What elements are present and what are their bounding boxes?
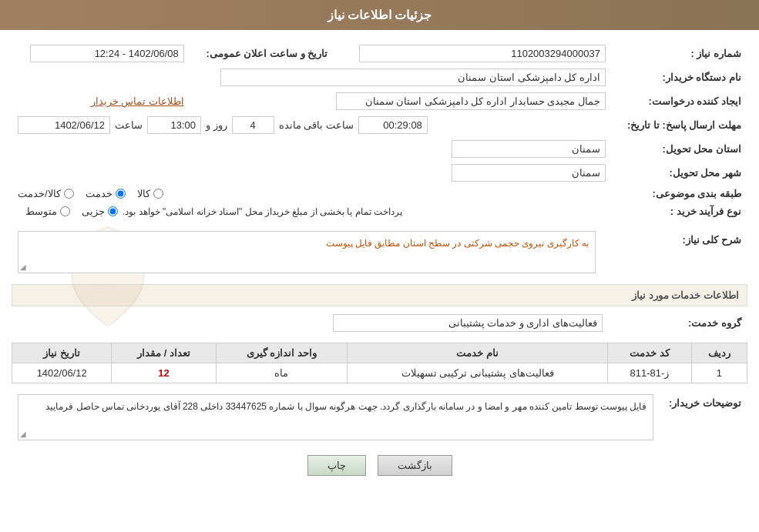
reply-days-value: 4 [232,116,274,134]
page-title: جزئیات اطلاعات نیاز [0,0,759,30]
need-desc-cell: به کارگیری نیروی حجمی شرکتی در سطح استان… [12,228,602,276]
need-desc-label: شرح کلی نیاز: [602,228,747,276]
reply-time-label: ساعت [115,119,143,131]
category-cell: کالا/خدمت خدمت کالا [12,185,612,202]
service-group-label: گروه خدمت: [609,311,747,335]
resize-handle-notes[interactable]: ◢ [20,430,26,438]
category-option-goods-service[interactable]: کالا/خدمت [18,188,74,199]
buyer-notes-text: فایل پیوست توسط تامین کننده مهر و امضا و… [45,401,646,412]
creator-cell: جمال مجیدی حسابدار اداره کل دامپزشکی است… [190,89,612,113]
back-button[interactable]: بازگشت [378,455,452,476]
contact-link[interactable]: اطلاعات تماس خریدار [91,95,184,107]
services-table: ردیف کد خدمت نام خدمت واحد اندازه گیری ت… [12,343,747,383]
city-value: سمنان [452,164,606,182]
city-label: شهر محل تحویل: [612,161,747,185]
buyer-notes-label: توضیحات خریدار: [660,391,747,443]
col-service-code: کد خدمت [608,343,691,363]
reply-days-label: روز و [206,119,227,131]
announce-value: 1402/06/08 - 12:24 [30,45,184,62]
cell-need-date: 1402/06/12 [12,363,112,383]
purchase-type-label: نوع فرآیند خرید : [612,202,747,220]
cell-service-name: فعالیت‌های پشتیبانی ترکیبی تسهیلات [348,363,608,383]
need-number-label: شماره نیاز : [612,42,747,65]
purchase-type-cell: متوسط جزیی پرداخت تمام یا بخشی از مبلغ خ… [12,202,612,220]
creator-label: ایجاد کننده درخواست: [612,89,747,113]
category-label: طبقه بندی موضوعی: [612,185,747,202]
reply-deadline-label: مهلت ارسال پاسخ: تا تاریخ: [612,113,747,137]
cell-service-code: ز-81-811 [608,363,691,383]
table-row: 1 ز-81-811 فعالیت‌های پشتیبانی ترکیبی تس… [12,363,747,383]
col-service-name: نام خدمت [348,343,608,363]
province-cell: سمنان [12,137,612,161]
creator-value: جمال مجیدی حسابدار اداره کل دامپزشکی است… [336,92,606,110]
action-buttons-bar: چاپ بازگشت [12,455,747,476]
col-quantity: تعداد / مقدار [112,343,216,363]
buyer-org-cell: اداره کل دامپزشکی استان سمنان [12,65,612,89]
col-row-num: ردیف [691,343,747,363]
print-button[interactable]: چاپ [307,455,366,476]
cell-row-num: 1 [691,363,747,383]
province-label: استان محل تحویل: [612,137,747,161]
reply-remaining-label: ساعت باقی مانده [279,119,354,131]
reply-remaining-value: 00:29:08 [358,116,428,134]
purchase-type-partial[interactable]: جزیی [82,206,118,217]
col-unit: واحد اندازه گیری [216,343,347,363]
purchase-type-note: پرداخت تمام یا بخشی از مبلغ خریداز محل "… [123,206,402,217]
reply-deadline-cell: 1402/06/12 ساعت 13:00 روز و 4 ساعت باقی … [12,113,612,137]
city-cell: سمنان [12,161,612,185]
need-number-cell: 1102003294000037 [334,42,612,65]
category-option-service[interactable]: خدمت [86,188,126,199]
main-info-table: شماره نیاز : 1102003294000037 تاریخ و سا… [12,42,747,220]
announce-cell: 1402/06/08 - 12:24 [12,42,190,65]
reply-date-value: 1402/06/12 [18,116,110,134]
buyer-org-label: نام دستگاه خریدار: [612,65,747,89]
need-number-value: 1102003294000037 [359,45,606,62]
cell-quantity: 12 [112,363,216,383]
category-option-goods[interactable]: کالا [137,188,163,199]
province-value: سمنان [452,140,606,158]
buyer-org-value: اداره کل دامپزشکی استان سمنان [220,69,606,86]
resize-handle[interactable]: ◢ [20,263,26,271]
need-desc-table: شرح کلی نیاز: به کارگیری نیروی حجمی شرکت… [12,228,747,276]
service-group-value: فعالیت‌های اداری و خدمات پشتیبانی [333,314,603,332]
buyer-notes-box: فایل پیوست توسط تامین کننده مهر و امضا و… [18,394,653,440]
need-desc-text: به کارگیری نیروی حجمی شرکتی در سطح استان… [326,238,589,249]
buyer-notes-table: توضیحات خریدار: فایل پیوست توسط تامین کن… [12,391,747,443]
buyer-notes-cell: فایل پیوست توسط تامین کننده مهر و امضا و… [12,391,660,443]
need-desc-box: به کارگیری نیروی حجمی شرکتی در سطح استان… [18,231,596,273]
announce-label: تاریخ و ساعت اعلان عمومی: [190,42,334,65]
cell-unit: ماه [216,363,347,383]
col-need-date: تاریخ نیاز [12,343,112,363]
contact-link-cell[interactable]: اطلاعات تماس خریدار [12,89,190,113]
purchase-type-medium[interactable]: متوسط [25,206,70,217]
reply-time-value: 13:00 [147,116,201,134]
